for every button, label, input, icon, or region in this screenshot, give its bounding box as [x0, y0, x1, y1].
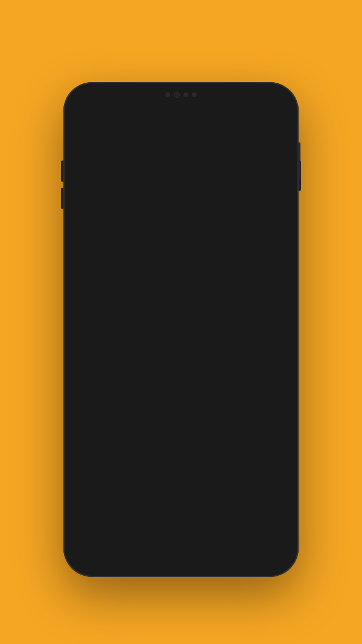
camera-dot: [165, 92, 170, 97]
sticker-card[interactable]: [72, 285, 290, 527]
svg-point-26: [264, 215, 285, 226]
couple-svg: [226, 213, 290, 273]
app-logo: MomentCam: [129, 122, 203, 138]
search-icon[interactable]: 🔍: [267, 123, 281, 136]
camera-dot: [192, 92, 197, 97]
svg-point-17: [202, 245, 208, 249]
signal-icon: [227, 101, 237, 109]
tab-gift[interactable]: 🎁: [79, 151, 101, 166]
chip-rom[interactable]: Rom: [270, 179, 290, 197]
svg-point-61: [218, 488, 222, 492]
tab-smile[interactable]: 😊: [195, 152, 217, 165]
tab-wink[interactable]: 😜: [253, 152, 275, 165]
svg-point-11: [154, 244, 160, 248]
svg-rect-63: [174, 464, 183, 466]
status-bar: ▾ 12:30: [72, 95, 290, 115]
svg-rect-64: [151, 509, 159, 515]
svg-point-59: [210, 485, 224, 497]
mask-icon: 😷: [169, 152, 185, 165]
svg-point-8: [144, 241, 147, 245]
camera-lens: [174, 92, 180, 98]
smile-icon: 😊: [198, 152, 214, 165]
wink-icon: 😜: [256, 152, 272, 165]
avatar-2-svg: [132, 227, 167, 262]
svg-point-54: [194, 378, 216, 392]
phone-mockup: ▾ 12:30 ≡ MomentCam: [63, 82, 299, 577]
volume-down-button: [61, 188, 63, 209]
svg-point-1: [89, 228, 113, 240]
volume-up-button: [61, 161, 63, 182]
vip-badge: VIP: [247, 134, 257, 139]
svg-point-13: [186, 229, 208, 241]
avatar-2-circle: [130, 225, 168, 264]
svg-rect-21: [237, 221, 240, 232]
avatar-banner: ★ Main Avatar: [72, 203, 290, 281]
time-display: 12:30: [259, 101, 278, 109]
love-eyes-icon: 😍: [227, 152, 243, 165]
menu-icon[interactable]: ≡: [81, 124, 88, 136]
battery-fill: [243, 103, 251, 107]
header-right: 👑 VIP 🔍: [244, 122, 281, 138]
avatar-2-label: Avatar: [139, 266, 159, 273]
tab-like[interactable]: 👍: [137, 152, 159, 165]
svg-rect-67: [205, 509, 214, 515]
svg-point-28: [277, 226, 279, 229]
chip-music[interactable]: Music: [173, 179, 215, 197]
svg-point-53: [140, 378, 162, 392]
all-tab-text: ALL: [110, 151, 127, 164]
content-area: ★ Main Avatar: [72, 203, 290, 544]
main-avatar-circle: ★: [81, 225, 120, 264]
category-tabs: 🎁 ALL 👍 😷 😊 😍: [72, 146, 290, 173]
chip-humor[interactable]: Humor: [220, 179, 265, 197]
svg-point-2: [95, 240, 98, 244]
gift-icon: 🎁: [82, 151, 98, 165]
tab-all[interactable]: ALL: [108, 151, 130, 167]
camera-area: [165, 92, 197, 98]
svg-point-56: [222, 465, 234, 477]
svg-point-62: [208, 482, 212, 485]
svg-point-55: [174, 384, 182, 390]
svg-point-42: [197, 338, 219, 372]
svg-point-60: [212, 488, 216, 492]
svg-point-41: [137, 338, 159, 372]
app-header: ≡ MomentCam 👑 VIP 🔍: [72, 115, 290, 146]
phone-screen: ▾ 12:30 ≡ MomentCam: [72, 95, 290, 564]
avatar-3-svg: [180, 227, 215, 262]
thumbsup-icon: 👍: [140, 152, 156, 165]
svg-point-9: [152, 241, 155, 245]
vip-crown-button[interactable]: 👑 VIP: [244, 122, 260, 138]
svg-point-23: [243, 228, 245, 231]
svg-point-16: [187, 245, 193, 249]
sticker-illustration-svg: [84, 298, 278, 515]
svg-point-51: [168, 370, 171, 373]
avatar-3-item[interactable]: Avatar: [178, 225, 217, 273]
avatar-3-circle: [178, 225, 217, 264]
chip-sports[interactable]: Sports: [122, 179, 167, 197]
svg-point-27: [270, 226, 272, 229]
svg-point-14: [192, 242, 195, 246]
couple-avatar[interactable]: [226, 213, 290, 273]
filter-chips: Love Sports Music Humor Rom: [72, 173, 290, 203]
tab-mask[interactable]: 😷: [166, 152, 188, 165]
camera-dot: [183, 92, 188, 97]
svg-point-52: [192, 370, 195, 373]
main-avatar-label: Main Avatar: [83, 266, 118, 273]
avatar-badge: ★: [106, 250, 118, 262]
wifi-icon: ▾: [220, 101, 224, 109]
svg-rect-66: [187, 509, 195, 515]
svg-point-3: [103, 240, 107, 244]
avatar-2-item[interactable]: Avatar: [130, 225, 168, 273]
svg-point-35: [117, 442, 136, 461]
power-button: [299, 161, 301, 191]
chip-love[interactable]: Love: [79, 179, 118, 197]
avatar-3-label: Avatar: [188, 266, 207, 273]
svg-point-20: [237, 215, 258, 226]
svg-point-15: [200, 242, 203, 246]
main-avatar-item[interactable]: ★ Main Avatar: [81, 225, 120, 273]
svg-rect-6: [138, 234, 141, 246]
battery-icon: [241, 101, 253, 108]
svg-rect-65: [169, 509, 177, 515]
svg-rect-22: [255, 221, 258, 232]
tab-love-eyes[interactable]: 😍: [224, 152, 246, 165]
svg-rect-7: [157, 234, 160, 246]
